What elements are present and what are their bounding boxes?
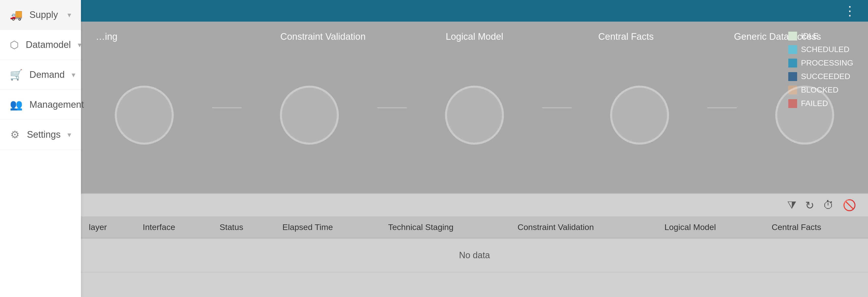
hide-icon[interactable]: 🚫 <box>843 199 856 212</box>
more-options-icon[interactable]: ⋮ <box>843 3 856 18</box>
pipeline-col-central: Central Facts <box>550 31 702 42</box>
idle-label: IDLE <box>801 31 818 40</box>
sidebar-label-settings: Settings <box>27 129 61 140</box>
sidebar-item-supply[interactable]: 🚚 Supply ▾ <box>0 0 81 30</box>
sidebar-label-datamodel: Datamodel <box>26 39 71 50</box>
pipeline-node-central <box>610 86 669 145</box>
demand-icon: 🛒 <box>10 69 23 81</box>
data-table: layer Interface Status Elapsed Time Tech… <box>81 216 868 272</box>
connector-line-2 <box>377 107 407 108</box>
pipeline-node-staging <box>115 86 174 145</box>
col-header-layer: layer <box>81 216 135 238</box>
col-header-elapsed: Elapsed Time <box>275 216 380 238</box>
pipeline-circle-central <box>610 86 669 145</box>
col-header-status: Status <box>212 216 275 238</box>
pipeline-area: IDLE SCHEDULED PROCESSING SUCCEEDED BLOC… <box>81 22 868 193</box>
settings-icon: ⚙ <box>10 129 20 141</box>
col-header-constraint-validation: Constraint Validation <box>509 216 656 238</box>
table-area: ⧩ ↻ ⏱ 🚫 layer Interface Status Elapsed T… <box>81 194 868 297</box>
no-data-row: No data <box>81 238 868 272</box>
connector-line-3 <box>542 107 571 108</box>
pipeline-node-constraint <box>280 86 339 145</box>
pipeline-col-staging: …ing <box>96 31 247 42</box>
idle-color <box>788 32 797 40</box>
table-head: layer Interface Status Elapsed Time Tech… <box>81 216 868 238</box>
no-data-label: No data <box>81 238 868 272</box>
pipeline-column-headers: …ing Constraint Validation Logical Model… <box>81 22 868 47</box>
connector-line-1 <box>212 107 242 108</box>
management-icon: 👥 <box>10 99 23 111</box>
col-header-interface: Interface <box>135 216 212 238</box>
sidebar-label-management: Management <box>29 99 84 110</box>
sidebar: 🚚 Supply ▾ ⬡ Datamodel ▾ 🛒 Demand ▾ 👥 Ma… <box>0 0 81 297</box>
chevron-down-icon: ▾ <box>72 70 75 79</box>
sidebar-item-demand[interactable]: 🛒 Demand ▾ <box>0 60 81 90</box>
connector-line-4 <box>707 107 737 108</box>
sidebar-item-settings[interactable]: ⚙ Settings ▾ <box>0 120 81 150</box>
sidebar-label-demand: Demand <box>29 69 65 80</box>
chevron-down-icon: ▾ <box>91 100 94 109</box>
sidebar-label-supply: Supply <box>29 9 61 20</box>
chevron-down-icon: ▾ <box>67 130 71 139</box>
pipeline-circle-staging <box>115 86 174 145</box>
pipeline-col-logical: Logical Model <box>399 31 550 42</box>
filter-icon[interactable]: ⧩ <box>787 199 796 212</box>
pipeline-node-generic <box>775 86 834 145</box>
sidebar-item-management[interactable]: 👥 Management ▾ <box>0 90 81 120</box>
pipeline-circle-generic <box>775 86 834 145</box>
refresh-icon[interactable]: ↻ <box>805 199 814 212</box>
table-container: layer Interface Status Elapsed Time Tech… <box>81 216 868 297</box>
col-header-logical-model: Logical Model <box>656 216 764 238</box>
pipeline-node-logical <box>445 86 504 145</box>
table-body: No data <box>81 238 868 272</box>
chevron-down-icon: ▾ <box>78 40 82 49</box>
legend-idle: IDLE <box>788 31 853 40</box>
table-toolbar: ⧩ ↻ ⏱ 🚫 <box>81 194 868 216</box>
pipeline-nodes <box>81 47 868 193</box>
table-header-row: layer Interface Status Elapsed Time Tech… <box>81 216 868 238</box>
pipeline-col-constraint: Constraint Validation <box>247 31 399 42</box>
top-header: ⋮ <box>81 0 868 22</box>
pipeline-circle-constraint <box>280 86 339 145</box>
supply-icon: 🚚 <box>10 9 23 21</box>
pipeline-circle-logical <box>445 86 504 145</box>
datamodel-icon: ⬡ <box>10 39 19 51</box>
sidebar-item-datamodel[interactable]: ⬡ Datamodel ▾ <box>0 30 81 60</box>
col-header-central-facts: Central Facts <box>764 216 868 238</box>
history-icon[interactable]: ⏱ <box>823 199 834 211</box>
col-header-technical-staging: Technical Staging <box>380 216 509 238</box>
main-content: ⋮ IDLE SCHEDULED PROCESSING SUCCEEDED <box>81 0 868 297</box>
chevron-down-icon: ▾ <box>67 10 71 19</box>
